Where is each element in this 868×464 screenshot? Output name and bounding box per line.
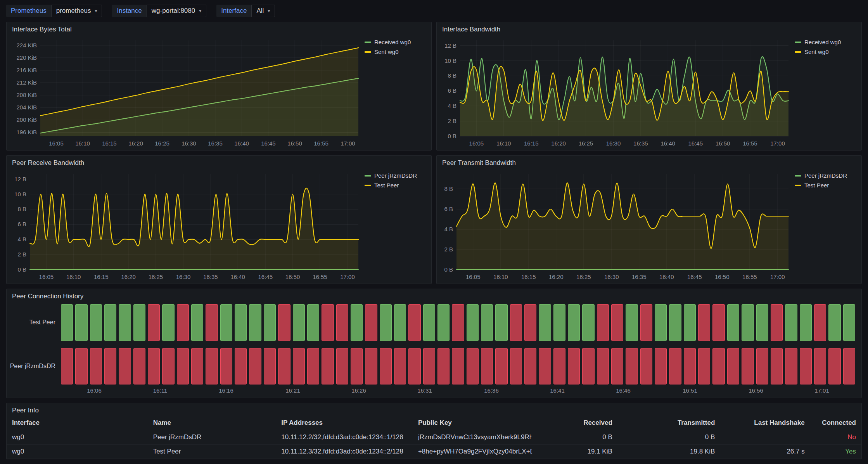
var-datasource-value[interactable]: prometheus ▾ [51, 5, 102, 17]
state-cell-down[interactable] [756, 348, 768, 385]
state-cell-down[interactable] [423, 348, 435, 385]
state-cell-down[interactable] [322, 348, 334, 385]
state-cell-up[interactable] [495, 304, 507, 341]
state-cell-up[interactable] [437, 304, 450, 341]
state-cell-up[interactable] [553, 304, 565, 341]
state-cell-down[interactable] [524, 348, 536, 385]
state-cell-down[interactable] [365, 348, 377, 385]
state-cell-down[interactable] [351, 348, 363, 385]
state-cell-up[interactable] [481, 304, 493, 341]
panel-title-peer-info[interactable]: Peer Info [7, 403, 861, 416]
legend-item[interactable]: Received wg0 [365, 39, 427, 45]
state-cell-down[interactable] [495, 348, 507, 385]
state-cell-down[interactable] [119, 348, 131, 385]
state-cell-down[interactable] [814, 348, 826, 385]
state-cell-down[interactable] [568, 348, 580, 385]
time-series-plot[interactable]: 16:0516:1016:1516:2016:2516:3016:3516:40… [439, 35, 792, 149]
state-cell-up[interactable] [727, 304, 739, 341]
state-cell-down[interactable] [800, 348, 812, 385]
state-cell-up[interactable] [684, 304, 696, 341]
state-cell-down[interactable] [75, 348, 87, 385]
state-cell-up[interactable] [249, 304, 261, 341]
col-header-transmitted[interactable]: Transmitted [618, 416, 720, 430]
state-cell-down[interactable] [452, 348, 464, 385]
col-header-last-handshake[interactable]: Last Handshake [720, 416, 810, 430]
state-cell-down[interactable] [771, 348, 783, 385]
state-cell-down[interactable] [553, 348, 565, 385]
state-cell-down[interactable] [684, 348, 696, 385]
panel-title-peer-connection-history[interactable]: Peer Connection History [7, 289, 861, 302]
panel-title-peer-transmit-bandwidth[interactable]: Peer Transmit Bandwidth [437, 156, 861, 168]
panel-title-interface-bytes-total[interactable]: Interface Bytes Total [7, 22, 431, 35]
state-cell-down[interactable] [104, 348, 116, 385]
state-cell-up[interactable] [191, 304, 203, 341]
state-cell-down[interactable] [611, 304, 623, 341]
var-instance-value[interactable]: wg-portal:8080 ▾ [147, 5, 207, 17]
state-cell-up[interactable] [669, 304, 681, 341]
state-cell-down[interactable] [437, 348, 450, 385]
state-cell-up[interactable] [467, 304, 479, 341]
state-cell-down[interactable] [206, 304, 218, 341]
state-cell-up[interactable] [756, 304, 768, 341]
state-cell-down[interactable] [408, 348, 420, 385]
state-cell-down[interactable] [264, 348, 276, 385]
state-cell-up[interactable] [220, 304, 232, 341]
state-cell-down[interactable] [148, 304, 160, 341]
state-cell-up[interactable] [61, 304, 73, 341]
state-cell-down[interactable] [235, 348, 247, 385]
state-cell-down[interactable] [655, 348, 667, 385]
state-cell-down[interactable] [481, 348, 493, 385]
state-cell-down[interactable] [336, 348, 348, 385]
state-cell-up[interactable] [828, 304, 840, 341]
panel-title-peer-receive-bandwidth[interactable]: Peer Receive Bandwidth [7, 156, 431, 168]
col-header-received[interactable]: Received [532, 416, 617, 430]
state-cell-up[interactable] [235, 304, 247, 341]
state-cell-down[interactable] [597, 304, 609, 341]
state-cell-down[interactable] [539, 348, 551, 385]
state-cell-down[interactable] [582, 348, 594, 385]
legend-item[interactable]: Test Peer [795, 182, 857, 189]
col-header-public-key[interactable]: Public Key [413, 416, 533, 430]
state-cell-down[interactable] [380, 348, 392, 385]
state-cell-up[interactable] [264, 304, 276, 341]
state-cell-up[interactable] [119, 304, 131, 341]
legend-item[interactable]: Received wg0 [795, 39, 857, 45]
state-cell-down[interactable] [712, 348, 724, 385]
state-cell-up[interactable] [90, 304, 102, 341]
time-series-plot[interactable]: 16:0516:1016:1516:2016:2516:3016:3516:40… [439, 168, 792, 283]
state-cell-down[interactable] [712, 304, 724, 341]
state-cell-up[interactable] [843, 304, 855, 341]
state-cell-up[interactable] [75, 304, 87, 341]
legend-item[interactable]: Sent wg0 [795, 48, 857, 55]
state-cell-down[interactable] [727, 348, 739, 385]
state-cell-up[interactable] [539, 304, 551, 341]
state-cell-down[interactable] [611, 348, 623, 385]
col-header-interface[interactable]: Interface [7, 416, 148, 430]
panel-title-interface-bandwidth[interactable]: Interface Bandwidth [437, 22, 861, 35]
state-cell-up[interactable] [423, 304, 435, 341]
state-cell-up[interactable] [800, 304, 812, 341]
state-cell-down[interactable] [220, 348, 232, 385]
state-cell-up[interactable] [293, 304, 305, 341]
state-cell-up[interactable] [133, 304, 145, 341]
legend-item[interactable]: Peer jRzmDsDR [795, 172, 857, 179]
state-cell-down[interactable] [828, 348, 840, 385]
legend-item[interactable]: Test Peer [365, 182, 427, 189]
state-cell-up[interactable] [351, 304, 363, 341]
state-cell-up[interactable] [785, 304, 797, 341]
state-cell-down[interactable] [452, 304, 464, 341]
state-cell-up[interactable] [582, 304, 594, 341]
legend-item[interactable]: Peer jRzmDsDR [365, 172, 427, 179]
state-cell-down[interactable] [408, 304, 420, 341]
state-cell-up[interactable] [104, 304, 116, 341]
state-cell-down[interactable] [742, 348, 754, 385]
var-interface-value[interactable]: All ▾ [251, 5, 275, 17]
state-cell-down[interactable] [61, 348, 73, 385]
state-cell-down[interactable] [148, 348, 160, 385]
state-cell-down[interactable] [669, 348, 681, 385]
time-series-plot[interactable]: 16:0516:1016:1516:2016:2516:3016:3516:40… [9, 35, 362, 149]
state-cell-down[interactable] [191, 348, 203, 385]
state-cell-down[interactable] [177, 348, 189, 385]
state-cell-down[interactable] [626, 348, 638, 385]
state-cell-down[interactable] [249, 348, 261, 385]
